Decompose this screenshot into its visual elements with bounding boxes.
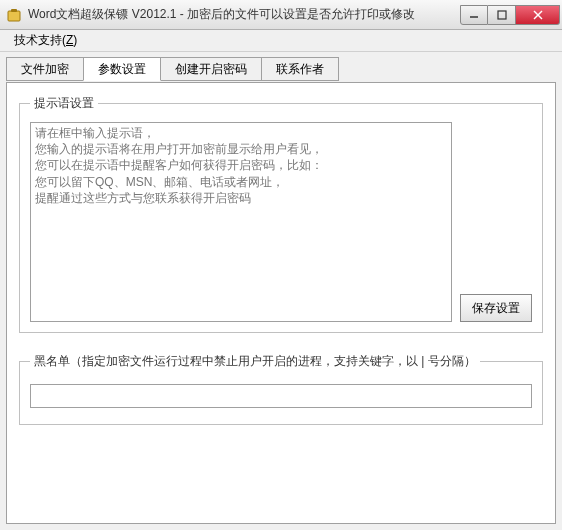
window-title: Word文档超级保镖 V2012.1 - 加密后的文件可以设置是否允许打印或修改	[28, 6, 460, 23]
blacklist-fieldset: 黑名单（指定加密文件运行过程中禁止用户开启的进程，支持关键字，以 | 号分隔）	[19, 353, 543, 425]
save-button[interactable]: 保存设置	[460, 294, 532, 322]
maximize-button[interactable]	[488, 5, 516, 25]
hint-legend: 提示语设置	[30, 95, 98, 112]
minimize-button[interactable]	[460, 5, 488, 25]
svg-rect-1	[11, 9, 17, 12]
title-bar: Word文档超级保镖 V2012.1 - 加密后的文件可以设置是否允许打印或修改	[0, 0, 562, 30]
svg-rect-3	[498, 11, 506, 19]
tab-file-encrypt[interactable]: 文件加密	[6, 57, 84, 81]
tab-contact-author[interactable]: 联系作者	[261, 57, 339, 81]
tab-create-password[interactable]: 创建开启密码	[160, 57, 262, 81]
hint-textarea[interactable]	[30, 122, 452, 322]
svg-rect-0	[8, 11, 20, 21]
tab-strip: 文件加密 参数设置 创建开启密码 联系作者	[6, 56, 556, 80]
menu-tech-support-label: 技术支持	[14, 33, 62, 47]
blacklist-legend: 黑名单（指定加密文件运行过程中禁止用户开启的进程，支持关键字，以 | 号分隔）	[30, 353, 480, 370]
app-icon	[6, 7, 22, 23]
tab-panel: 提示语设置 保存设置 黑名单（指定加密文件运行过程中禁止用户开启的进程，支持关键…	[6, 82, 556, 524]
menu-bar: 技术支持(Z)	[0, 30, 562, 52]
menu-tech-support-key: Z	[66, 33, 73, 47]
close-button[interactable]	[516, 5, 560, 25]
window-controls	[460, 5, 560, 25]
blacklist-input[interactable]	[30, 384, 532, 408]
client-area: 文件加密 参数设置 创建开启密码 联系作者 提示语设置 保存设置 黑名单（指定加…	[0, 52, 562, 530]
tab-param-settings[interactable]: 参数设置	[83, 57, 161, 81]
menu-tech-support[interactable]: 技术支持(Z)	[6, 30, 85, 51]
hint-fieldset: 提示语设置 保存设置	[19, 95, 543, 333]
